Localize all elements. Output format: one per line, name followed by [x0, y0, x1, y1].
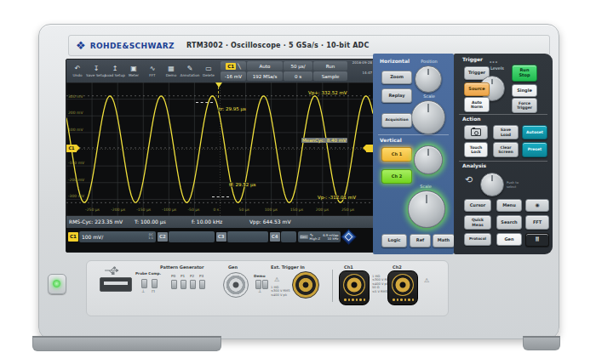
time-scale-label: 250 μs — [341, 208, 354, 212]
auto-norm-button[interactable]: Auto Norm — [464, 97, 490, 112]
channel-bar: C1100 mV/DC1:1C2C3C4Gen∿High Z6.9 mVpp10… — [66, 230, 374, 244]
squarewave-symbol: ⊓ — [152, 288, 155, 293]
section-divider — [378, 134, 449, 135]
apps-button[interactable]: ⠿ — [525, 233, 549, 247]
vertical-position-knob[interactable] — [414, 145, 443, 174]
generator-status[interactable]: Gen∿High Z6.9 mVpp10 kHz — [298, 231, 341, 242]
channel-value — [169, 231, 215, 242]
toolbar-label: Undo — [73, 73, 83, 77]
channel-cell-c4[interactable]: C4 — [270, 231, 296, 243]
pattern-pin — [199, 280, 205, 289]
time-scale-label: 50 μs — [239, 208, 249, 212]
channel-cell-c3[interactable]: C3 — [216, 231, 268, 243]
oscilloscope-device: ❖ ROHDE&SCHWARZ RTM3002 · Oscilloscope ·… — [38, 24, 559, 339]
pattern-pin — [171, 280, 177, 289]
single-button[interactable]: Single — [512, 84, 537, 97]
gen-output-label: Gen — [228, 264, 238, 270]
trigger-position-marker[interactable] — [215, 82, 222, 88]
protocol-button[interactable]: Protocol — [464, 233, 491, 246]
coupling-probe-info: DC1:1 — [148, 234, 153, 241]
channel1-button[interactable]: Ch 1 — [381, 147, 412, 162]
trigger-led-indicators: ▪▪▪ — [490, 60, 498, 64]
push-to-select-hint: Push to select — [507, 181, 519, 189]
intensity-button[interactable]: ◉ — [525, 199, 549, 212]
rs-logo-icon: ❖ — [76, 40, 86, 51]
voltage-scale-label: 200 mV — [68, 111, 83, 115]
ground-symbol: ⊥ — [141, 288, 145, 293]
math-button[interactable]: Math — [433, 234, 455, 247]
ref-button[interactable]: Ref — [410, 234, 431, 247]
ch1-label: Ch1 — [344, 264, 353, 270]
ch1-bnc-connector — [339, 270, 370, 305]
toolbar-undo[interactable]: ↶Undo — [68, 65, 87, 77]
channel-chip: C3 — [216, 232, 226, 242]
time-scale-label: -200 μs — [111, 208, 125, 212]
fft-button[interactable]: FFT — [525, 215, 549, 230]
toolbar-delete[interactable]: ▭Delete — [199, 65, 218, 77]
status-bar: C1╲-16 mVAuto192 MSa/s50 μs/0 sRunSample… — [221, 61, 372, 81]
search-button[interactable]: Search — [496, 215, 522, 230]
vertical-scale-knob[interactable] — [408, 191, 445, 228]
time-scale-label: 0 s — [214, 208, 220, 212]
run-stop-button[interactable]: Run Stop — [512, 65, 537, 82]
section-divider — [459, 114, 547, 115]
channel-chip: C4 — [270, 232, 280, 242]
waveform-display[interactable]: C1 400 mV300 mV200 mV100 mV-100 mV-200 m… — [66, 82, 374, 216]
horizontal-scale-knob[interactable] — [411, 100, 445, 134]
sample-rate-value: 192 MSa/s — [247, 71, 283, 81]
time-scale-label: -150 μs — [136, 208, 151, 212]
usb-port — [100, 277, 132, 292]
ch2-label: Ch2 — [393, 264, 402, 270]
acquisition-mode-value: Sample — [313, 71, 347, 81]
time-scale-label: -50 μs — [187, 208, 199, 212]
gen-button[interactable]: Gen — [496, 233, 522, 246]
camera-button[interactable] — [464, 125, 488, 139]
usb-icon — [104, 266, 121, 275]
time-value: 14:47 — [348, 71, 372, 81]
measure-cursor — [196, 102, 213, 103]
channel-cell-c1[interactable]: C1100 mV/DC1:1 — [68, 231, 156, 243]
horizontal-position-knob[interactable] — [415, 65, 442, 93]
trigger-section-title: Trigger — [462, 56, 483, 62]
clear-screen-button[interactable]: Clear Screen — [493, 142, 519, 157]
undo-icon: ↶ — [75, 65, 81, 72]
screen[interactable]: ↶Undo↧Save Setup↥Load Setup▣Meter∿FFT▦De… — [66, 59, 375, 253]
menu-button[interactable]: Menu — [496, 199, 522, 212]
cursor-button[interactable]: Cursor — [464, 199, 491, 212]
toolbar-demo[interactable]: ▦Demo — [162, 65, 181, 77]
ground-symbol: ⊥ — [258, 288, 261, 293]
autoset-button[interactable]: Autoset — [522, 125, 547, 139]
quick-measurement-value: RMS-Cyc: 223.35 mV — [69, 219, 123, 225]
rotate-arrow-icon: ⟲ — [465, 174, 473, 185]
quick-meas-button[interactable]: Quick Meas — [464, 215, 491, 230]
vertical-scale-label: Scale — [407, 184, 444, 189]
channel-value — [227, 231, 268, 242]
toolbar-label: Save Setup — [86, 73, 106, 77]
channel-cell-c2[interactable]: C2 — [158, 231, 215, 243]
pattern-pin — [190, 280, 196, 289]
zoom-button[interactable]: Zoom — [381, 71, 412, 84]
logic-button[interactable]: Logic — [381, 234, 407, 247]
preset-button[interactable]: Preset — [522, 142, 547, 157]
probe-comp-pin — [152, 279, 158, 288]
time-scale-label: 100 μs — [265, 208, 278, 212]
power-button[interactable] — [48, 274, 66, 294]
source-button[interactable]: Source — [464, 82, 490, 96]
channel-value — [281, 231, 296, 242]
screen-toolbar: ↶Undo↧Save Setup↥Load Setup▣Meter∿FFT▦De… — [66, 60, 374, 82]
save-load-button[interactable]: Save Load — [493, 125, 519, 139]
annotation-icon: ✎ — [187, 65, 193, 72]
toolbar-load-setup[interactable]: ↥Load Setup — [106, 65, 124, 77]
toolbar-save-setup[interactable]: ↧Save Setup — [87, 65, 106, 77]
navigation-knob[interactable] — [480, 173, 504, 196]
channel1-level-marker[interactable]: C1 — [66, 145, 77, 152]
toolbar-items: ↶Undo↧Save Setup↥Load Setup▣Meter∿FFT▦De… — [68, 65, 218, 77]
acquisition-button[interactable]: Acquisition — [381, 113, 412, 128]
force-trigger-button[interactable]: Force Trigger — [512, 98, 537, 113]
toolbar-meter[interactable]: ▣Meter — [124, 65, 143, 77]
toolbar-fft[interactable]: ∿FFT — [143, 65, 162, 77]
replay-button[interactable]: Replay — [381, 88, 412, 103]
channel2-button[interactable]: Ch 2 — [381, 169, 412, 184]
toolbar-annotation[interactable]: ✎Annotation — [181, 65, 199, 77]
touch-lock-button[interactable]: Touch Lock — [464, 142, 488, 157]
